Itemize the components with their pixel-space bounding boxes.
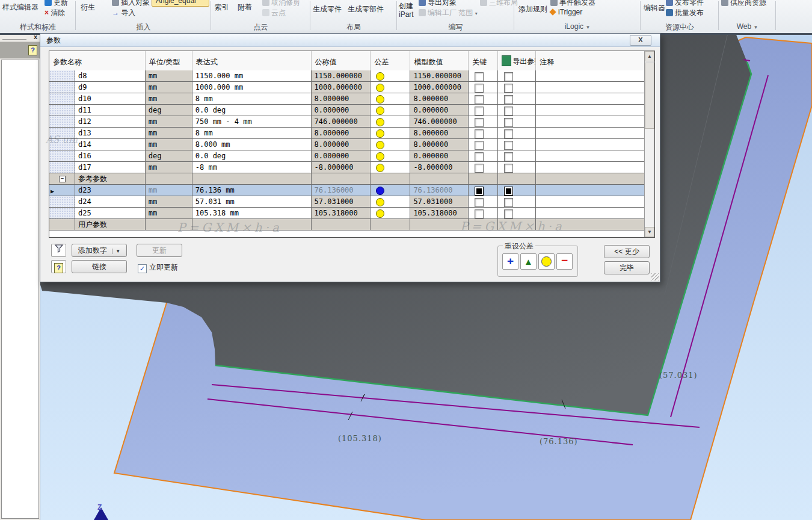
param-expression-cell[interactable]: 105.318 mm [192,208,312,219]
col-header-key[interactable]: 关键 [469,51,498,70]
make-components-button[interactable]: 生成零部件 [348,4,384,14]
dialog-help-button[interactable]: ? [51,260,66,273]
row-selector[interactable] [49,139,75,150]
param-export-cell[interactable] [498,185,536,196]
param-key-cell[interactable] [469,93,498,105]
param-comment-cell[interactable] [536,116,645,128]
param-expression-cell[interactable]: 8 mm [192,93,312,105]
param-tolerance-cell[interactable] [371,105,410,116]
vertical-scrollbar[interactable]: ▲ ▼ [644,51,654,237]
less-button[interactable]: << 更少 [604,245,650,258]
param-key-cell[interactable] [469,82,498,93]
group-label-ilogic[interactable]: iLogic ▼ [514,22,641,31]
tolerance-minus-button[interactable]: − [556,253,573,270]
param-row[interactable]: d17mm-8 mm-8.000000-8.000000 [49,162,645,173]
param-name-cell[interactable]: d25 [75,208,146,219]
row-selector[interactable] [49,208,75,219]
key-checkbox[interactable] [475,129,484,138]
tolerance-indicator[interactable] [376,95,384,104]
scroll-up-icon[interactable]: ▲ [645,51,654,61]
param-row[interactable]: d24mm57.031 mm57.03100057.031000 [49,196,645,208]
tolerance-indicator[interactable] [376,107,384,115]
purge-button[interactable]: × 清除 [45,8,65,18]
col-header-unit[interactable]: 单位/类型 [146,51,192,70]
param-comment-cell[interactable] [536,128,645,139]
param-comment-cell[interactable] [536,150,645,162]
tolerance-indicator[interactable] [376,152,384,161]
param-name-cell[interactable]: d24 [75,196,146,208]
param-name-cell[interactable]: d13 [75,128,146,139]
3d-layout-button[interactable]: 三维布局 [480,0,518,8]
param-export-cell[interactable] [498,139,536,150]
param-key-cell[interactable] [469,185,498,196]
param-expression-cell[interactable]: 76.136 mm [192,185,312,196]
row-selector[interactable]: ▶ [49,185,75,196]
export-checkbox[interactable] [504,107,513,116]
done-button[interactable]: 完毕 [604,261,650,274]
param-export-cell[interactable] [498,208,536,219]
col-header-model-value[interactable]: 模型数值 [410,51,469,70]
col-header-nominal[interactable]: 公称值 [312,51,371,70]
export-checkbox[interactable] [504,129,513,138]
param-expression-cell[interactable]: 1000.000 mm [192,82,312,93]
update-button[interactable]: 更新 [45,0,68,8]
add-numeric-button[interactable]: 添加数字 ▼ [72,244,127,257]
param-name-cell[interactable]: d8 [75,70,146,82]
param-export-cell[interactable] [498,70,536,82]
derive-button[interactable]: 衍生 [81,2,95,13]
row-selector[interactable] [49,162,75,173]
export-checkbox[interactable] [504,198,513,207]
export-checkbox[interactable] [504,152,513,161]
help-icon[interactable]: ? [28,45,37,55]
param-name-cell[interactable]: d16 [75,150,146,162]
param-key-cell[interactable] [469,105,498,116]
insert-object-button[interactable]: 插入对象 [112,0,150,8]
param-comment-cell[interactable] [536,139,645,150]
row-selector[interactable] [49,128,75,139]
tolerance-indicator[interactable] [376,118,384,126]
param-name-cell[interactable]: d17 [75,162,146,173]
param-comment-cell[interactable] [536,196,645,208]
tree-collapse-toggle[interactable]: − [59,176,66,182]
key-checkbox[interactable] [475,164,484,173]
param-row[interactable]: d12mm750 mm - 4 mm746.000000746.000000 [49,116,645,128]
index-button[interactable]: 索引 [215,2,229,13]
param-name-cell[interactable]: d23 [75,185,146,196]
param-tolerance-cell[interactable] [371,128,410,139]
export-object-button[interactable]: 导出对象 [419,0,457,8]
export-checkbox[interactable] [504,118,513,127]
param-tolerance-cell[interactable] [371,208,410,219]
param-row[interactable]: d8mm1150.000 mm1150.0000001150.000000 [49,70,645,82]
col-header-export[interactable]: 导出参数 [498,51,536,70]
untrim-button[interactable]: 取消修剪 [262,0,300,8]
row-selector[interactable] [49,82,75,93]
param-key-cell[interactable] [469,70,498,82]
param-name-cell[interactable]: d10 [75,93,146,105]
add-rule-button[interactable]: 添加规则 [518,4,547,14]
tolerance-indicator[interactable] [376,141,384,149]
key-checkbox[interactable] [475,152,484,161]
attach-button[interactable]: 附着 [238,2,252,13]
param-row[interactable]: d11deg0.0 deg0.0000000.000000 [49,105,645,116]
param-tolerance-cell[interactable] [371,116,410,128]
publish-part-button[interactable]: 发布零件 [666,0,704,8]
section-row[interactable]: −参考参数 [49,173,645,185]
row-selector[interactable] [49,196,75,208]
param-comment-cell[interactable] [536,208,645,219]
param-row[interactable]: d14mm8.000 mm8.0000008.000000 [49,139,645,150]
row-selector[interactable] [49,105,75,116]
tolerance-indicator[interactable] [376,72,384,81]
param-row[interactable]: ▶d23mm76.136 mm76.13600076.136000 [49,185,645,196]
tolerance-indicator[interactable] [376,129,384,138]
make-part-button[interactable]: 生成零件 [313,4,342,14]
create-ipart-button2[interactable]: iPart [399,10,414,19]
param-tolerance-cell[interactable] [371,150,410,162]
immediate-update-checkbox[interactable]: ✓立即更新 [138,262,178,273]
dialog-close-button[interactable]: X [630,35,651,46]
edit-factory-scope-button[interactable]: 编辑工厂 范围 ▾ [419,8,478,18]
key-checkbox[interactable] [475,187,484,196]
param-key-cell[interactable] [469,208,498,219]
supplier-content-button[interactable]: 供应商资源 [721,0,766,8]
group-label-web[interactable]: Web ▼ [719,22,776,31]
param-comment-cell[interactable] [536,93,645,105]
